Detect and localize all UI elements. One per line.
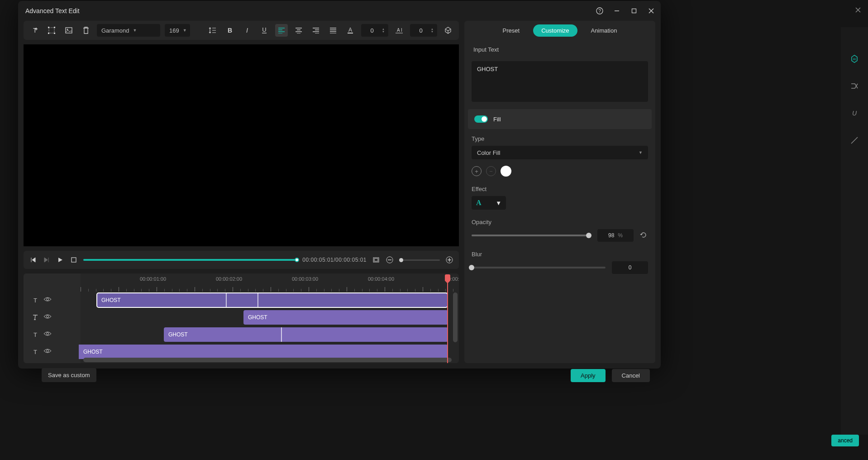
svg-rect-8 [54, 27, 55, 28]
help-icon[interactable]: ? [596, 7, 604, 15]
chevron-down-icon: ▼ [183, 28, 187, 33]
advanced-text-edit-modal: Advanced Text Edit ? T Garamond ▼ 169 [18, 1, 661, 369]
visibility-icon[interactable] [43, 331, 51, 338]
bold-icon[interactable]: B [224, 24, 236, 37]
chevron-down-icon: ▼ [639, 150, 643, 155]
save-as-custom-button[interactable]: Save as custom [42, 368, 96, 382]
effect-label: Effect [472, 186, 648, 192]
tab-preset[interactable]: Preset [495, 24, 528, 37]
playbar: 00:00:05:01/00:00:05:01 [24, 251, 459, 269]
zoom-in-icon[interactable] [445, 256, 453, 264]
eyedropper-icon[interactable] [850, 136, 859, 145]
blur-handle[interactable] [469, 265, 474, 270]
svg-rect-7 [48, 27, 49, 28]
opacity-value-box[interactable]: 98 % [597, 229, 634, 242]
text-color-icon[interactable]: A [344, 24, 357, 37]
maximize-icon[interactable] [630, 7, 638, 15]
zoom-out-icon[interactable] [386, 256, 394, 264]
fullscreen-icon[interactable] [372, 256, 380, 264]
blur-value-box[interactable]: 0 [612, 261, 648, 274]
timeline-hscroll[interactable] [83, 358, 452, 362]
svg-rect-9 [48, 33, 49, 34]
underline-icon[interactable]: U [258, 24, 271, 37]
chevron-down-icon: ▼ [133, 28, 137, 33]
align-center-icon[interactable] [292, 24, 305, 37]
timeline-ruler[interactable]: 00:00:01:00 00:00:02:00 00:00:03:00 00:0… [81, 273, 459, 292]
remove-color-icon[interactable]: − [486, 166, 496, 176]
font-size-dropdown[interactable]: 169 ▼ [165, 24, 190, 37]
cancel-button[interactable]: Cancel [612, 369, 650, 382]
font-family-dropdown[interactable]: Garamond ▼ [97, 24, 160, 37]
svg-point-26 [47, 298, 49, 301]
app-close-icon[interactable] [855, 7, 861, 13]
chevron-down-icon: ▼ [496, 200, 501, 206]
clip-1[interactable]: GHOST [97, 293, 448, 307]
ai-icon[interactable]: AI [850, 54, 859, 63]
bounding-box-icon[interactable] [45, 24, 58, 37]
opacity-handle[interactable] [586, 233, 591, 238]
text-style-icon[interactable]: U [850, 109, 859, 118]
text-track-icon[interactable]: T [32, 348, 39, 355]
tab-animation[interactable]: Animation [583, 24, 625, 37]
letter-spacing-input[interactable]: 0 ▲▼ [410, 24, 437, 37]
svg-rect-22 [374, 259, 378, 261]
stop-icon[interactable] [70, 256, 78, 264]
svg-text:U: U [262, 26, 266, 33]
fill-toggle[interactable] [474, 115, 488, 123]
clip-2[interactable]: GHOST [243, 310, 448, 325]
playhead[interactable] [447, 274, 448, 363]
clip-4[interactable]: GHOST [79, 345, 448, 359]
shuffle-icon[interactable] [850, 81, 859, 91]
spin-down-icon[interactable]: ▼ [382, 30, 385, 33]
zoom-handle[interactable] [399, 258, 403, 262]
svg-text:AI: AI [853, 58, 856, 61]
opacity-label: Opacity [472, 219, 648, 225]
color-swatch[interactable] [501, 166, 511, 177]
align-right-icon[interactable] [310, 24, 322, 37]
visibility-icon[interactable] [43, 297, 51, 304]
letter-spacing-icon[interactable]: AI [393, 24, 405, 37]
visibility-icon[interactable] [43, 314, 51, 321]
image-icon[interactable] [62, 24, 75, 37]
text-track-icon[interactable]: T [32, 297, 39, 304]
clip-3[interactable]: GHOST [164, 327, 448, 342]
add-text-icon[interactable]: T [28, 24, 41, 37]
clip-label: GHOST [168, 331, 188, 338]
spin-down-icon[interactable]: ▼ [431, 30, 434, 33]
input-text-field[interactable]: GHOST [472, 61, 648, 102]
apply-button[interactable]: Apply [571, 369, 606, 382]
play-icon[interactable] [56, 256, 64, 264]
preview-canvas[interactable] [24, 44, 459, 246]
italic-icon[interactable]: I [241, 24, 253, 37]
blur-label: Blur [472, 251, 648, 258]
add-color-icon[interactable]: + [472, 166, 482, 176]
blur-slider[interactable] [472, 267, 606, 268]
prev-frame-icon[interactable] [29, 256, 37, 264]
close-icon[interactable] [647, 7, 655, 15]
opacity-slider[interactable] [472, 235, 591, 236]
next-frame-icon[interactable] [43, 256, 51, 264]
ungroup-icon[interactable] [442, 24, 454, 37]
line-spacing-value: 0 [365, 27, 379, 34]
line-height-icon[interactable] [206, 24, 219, 37]
progress-track[interactable] [83, 259, 297, 261]
text-track-icon[interactable]: T [32, 331, 39, 338]
align-left-icon[interactable] [275, 24, 288, 37]
reset-opacity-icon[interactable] [640, 231, 648, 240]
align-justify-icon[interactable] [327, 24, 339, 37]
line-spacing-input[interactable]: 0 ▲▼ [361, 24, 388, 37]
minimize-icon[interactable] [613, 7, 621, 15]
text-track-icon[interactable] [32, 314, 39, 321]
visibility-icon[interactable] [43, 348, 51, 355]
tab-customize[interactable]: Customize [533, 24, 577, 37]
fill-label: Fill [493, 116, 501, 123]
delete-icon[interactable] [80, 24, 92, 37]
effect-select[interactable]: A ▼ [472, 196, 506, 210]
svg-text:A: A [348, 27, 352, 33]
fill-type-select[interactable]: Color Fill ▼ [472, 146, 648, 159]
zoom-slider[interactable] [399, 259, 440, 261]
fill-section-header: Fill [468, 109, 652, 129]
progress-handle[interactable] [295, 258, 299, 262]
advanced-pill[interactable]: anced [831, 435, 859, 446]
timeline-vscroll[interactable] [453, 292, 458, 357]
